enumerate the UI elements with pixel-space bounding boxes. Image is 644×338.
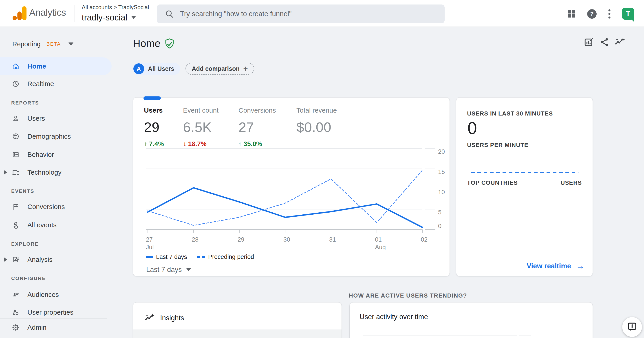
beta-badge: BETA	[46, 41, 61, 47]
sidebar-item-technology[interactable]: Technology	[0, 163, 112, 181]
chart-legend: Last 7 days Preceding period	[146, 253, 254, 260]
product-name: Analytics	[29, 7, 66, 18]
chevron-down-icon	[131, 16, 136, 19]
comparison-chips: A All Users Add comparison +	[133, 63, 254, 75]
sidebar-item-admin[interactable]: Admin	[0, 318, 112, 336]
sidebar-bottom-divider	[0, 337, 107, 337]
activity-gridline-stub	[519, 335, 531, 336]
flag-icon	[12, 203, 20, 211]
arrow-right-icon: →	[576, 261, 584, 271]
active-users-trending-label: HOW ARE ACTIVE USERS TRENDING?	[349, 292, 467, 299]
devices-icon	[12, 168, 20, 176]
search-icon	[165, 10, 174, 19]
insights-card: Insights	[133, 302, 342, 338]
users-trend-chart: 0510152027Jul2829303101Aug02	[133, 142, 450, 250]
metric-conversions[interactable]: Conversions 27 ↑ 35.0%	[238, 107, 290, 148]
analytics-logo-icon[interactable]	[12, 6, 26, 20]
sidebar-item-home[interactable]: Home	[0, 57, 112, 75]
sidebar-item-analysis[interactable]: Analysis	[0, 251, 112, 268]
search-input[interactable]	[180, 10, 427, 18]
svg-text:Jul: Jul	[146, 244, 154, 250]
legend-preceding-period: Preceding period	[208, 253, 254, 260]
overview-card: Users 29 ↑ 7.4% Event count 6.5K ↓ 18.7%…	[133, 97, 450, 276]
globe-icon	[12, 132, 20, 140]
more-vert-icon[interactable]	[604, 8, 615, 20]
gear-icon	[12, 323, 20, 331]
metric-event-count[interactable]: Event count 6.5K ↓ 18.7%	[183, 107, 235, 148]
breadcrumb[interactable]: All accounts > TradlySocial	[82, 4, 149, 11]
view-realtime-link[interactable]: View realtime →	[526, 261, 584, 271]
svg-text:20: 20	[438, 148, 445, 155]
share-icon[interactable]	[599, 37, 610, 48]
analysis-icon	[12, 255, 20, 264]
svg-text:31: 31	[329, 236, 336, 243]
avatar[interactable]: T	[622, 8, 634, 20]
metric-total-revenue[interactable]: Total revenue $0.00	[296, 107, 348, 140]
sidebar-item-demographics[interactable]: Demographics	[0, 127, 112, 145]
page-title: Home	[133, 37, 160, 50]
section-header-explore: EXPLORE	[11, 241, 39, 247]
ga-home-page: Analytics All accounts > TradlySocial tr…	[0, 0, 644, 338]
svg-text:27: 27	[146, 236, 153, 243]
layout-icon	[12, 151, 20, 159]
legend-dashed-mark	[202, 256, 205, 258]
add-comparison-label: Add comparison	[192, 65, 240, 72]
expand-arrow-icon[interactable]	[4, 170, 7, 175]
clock-icon	[12, 80, 20, 88]
sidebar-item-behavior[interactable]: Behavior	[0, 146, 112, 164]
header-divider	[74, 5, 75, 22]
nav-switcher-label: Reporting	[12, 41, 41, 48]
expand-arrow-icon[interactable]	[4, 257, 7, 262]
countries-header-rule	[467, 189, 582, 189]
activity-title: User activity over time	[360, 313, 428, 321]
legend-last-7-days: Last 7 days	[156, 253, 187, 260]
users-per-minute-label: USERS PER MINUTE	[467, 142, 528, 149]
all-users-label: All Users	[148, 65, 174, 72]
add-comparison-chip[interactable]: Add comparison +	[186, 63, 254, 75]
svg-text:Aug: Aug	[375, 244, 386, 250]
property-name: tradly-social	[82, 13, 127, 23]
home-icon	[12, 62, 20, 70]
date-range-selector[interactable]: Last 7 days	[146, 266, 191, 274]
avatar-letter: T	[626, 10, 630, 18]
audience-badge: A	[134, 63, 144, 74]
svg-text:0: 0	[438, 223, 442, 229]
diagnostics-grid-icon[interactable]	[566, 8, 577, 20]
sidebar-item-conversions[interactable]: Conversions	[0, 198, 112, 216]
svg-text:15: 15	[438, 169, 445, 175]
chevron-down-icon	[186, 268, 191, 271]
feedback-button[interactable]	[622, 317, 642, 337]
svg-text:30: 30	[284, 236, 290, 243]
touch-icon	[12, 221, 20, 229]
help-icon[interactable]: ?	[586, 8, 598, 20]
sidebar-item-realtime[interactable]: Realtime	[0, 75, 112, 93]
shapes-icon	[12, 308, 20, 316]
search-bar[interactable]	[157, 5, 444, 23]
svg-text:28: 28	[192, 236, 198, 243]
nav-switcher-reporting[interactable]: Reporting BETA	[0, 35, 112, 53]
customize-report-icon[interactable]	[583, 37, 594, 48]
app-header: Analytics All accounts > TradlySocial tr…	[0, 0, 644, 27]
section-header-reports: REPORTS	[11, 100, 39, 106]
carousel-tab-indicator[interactable]	[144, 96, 161, 100]
activity-legend-30-days[interactable]: 30 DAYS	[545, 336, 570, 338]
legend-solid-mark	[146, 256, 153, 258]
per-minute-baseline	[471, 172, 578, 173]
insights-footer	[133, 329, 342, 338]
sidebar-item-users[interactable]: Users	[0, 109, 112, 127]
insights-sparkle-icon	[145, 313, 155, 323]
property-selector[interactable]: tradly-social	[82, 12, 136, 23]
sidebar-item-audiences[interactable]: Audiences	[0, 286, 112, 304]
sidebar-item-all-events[interactable]: All events	[0, 216, 112, 234]
insights-icon[interactable]	[615, 37, 626, 48]
realtime-card: USERS IN LAST 30 MINUTES 0 USERS PER MIN…	[456, 97, 593, 276]
audiences-icon	[12, 290, 20, 299]
all-users-chip[interactable]: A All Users	[133, 63, 180, 75]
svg-text:10: 10	[438, 189, 445, 195]
help-glyph: ?	[587, 9, 596, 19]
realtime-title: USERS IN LAST 30 MINUTES	[467, 110, 553, 117]
countries-users-label: USERS	[560, 179, 582, 186]
insights-title: Insights	[160, 314, 184, 322]
realtime-users-value: 0	[468, 118, 477, 138]
svg-text:01: 01	[375, 236, 382, 243]
